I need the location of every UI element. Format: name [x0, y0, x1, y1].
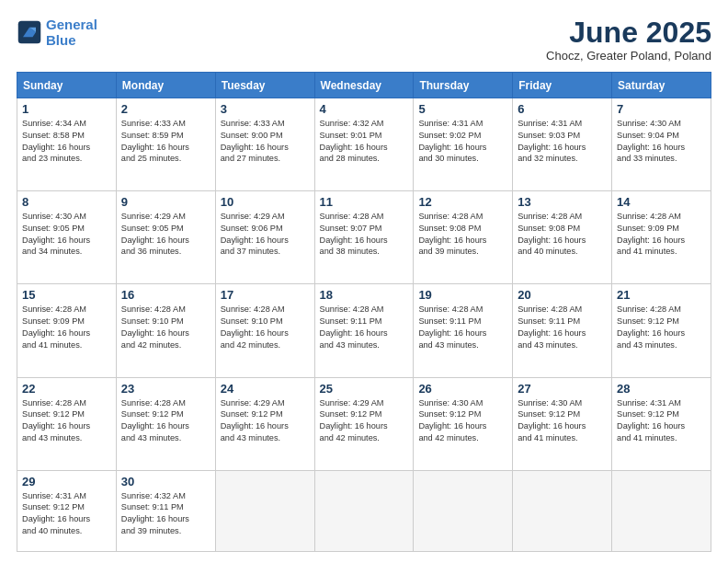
- col-thursday: Thursday: [414, 73, 513, 98]
- table-row: 10Sunrise: 4:29 AMSunset: 9:06 PMDayligh…: [215, 191, 314, 284]
- cell-content: Sunrise: 4:28 AMSunset: 9:10 PMDaylight:…: [221, 304, 310, 350]
- table-row: 7Sunrise: 4:30 AMSunset: 9:04 PMDaylight…: [612, 98, 711, 191]
- day-number: 2: [121, 102, 210, 116]
- day-number: 8: [22, 195, 111, 209]
- cell-content: Sunrise: 4:29 AMSunset: 9:12 PMDaylight:…: [320, 397, 409, 444]
- table-row: 8Sunrise: 4:30 AMSunset: 9:05 PMDaylight…: [17, 191, 117, 284]
- logo: General Blue: [17, 17, 97, 49]
- cell-content: Sunrise: 4:31 AMSunset: 9:12 PMDaylight:…: [617, 397, 706, 444]
- table-row: 12Sunrise: 4:28 AMSunset: 9:08 PMDayligh…: [414, 191, 513, 284]
- day-number: 14: [617, 195, 706, 209]
- table-row: 18Sunrise: 4:28 AMSunset: 9:11 PMDayligh…: [314, 284, 414, 377]
- table-row: 11Sunrise: 4:28 AMSunset: 9:07 PMDayligh…: [314, 191, 414, 284]
- location-subtitle: Chocz, Greater Poland, Poland: [546, 49, 711, 63]
- col-saturday: Saturday: [612, 73, 711, 98]
- cell-content: Sunrise: 4:31 AMSunset: 9:12 PMDaylight:…: [22, 490, 111, 537]
- cell-content: Sunrise: 4:32 AMSunset: 9:01 PMDaylight:…: [320, 118, 409, 165]
- col-sunday: Sunday: [17, 73, 117, 98]
- table-row: [215, 470, 314, 551]
- table-row: [513, 470, 612, 551]
- cell-content: Sunrise: 4:28 AMSunset: 9:11 PMDaylight:…: [518, 304, 607, 350]
- table-row: 19Sunrise: 4:28 AMSunset: 9:11 PMDayligh…: [414, 284, 513, 377]
- col-friday: Friday: [513, 73, 612, 98]
- cell-content: Sunrise: 4:28 AMSunset: 9:10 PMDaylight:…: [121, 304, 210, 350]
- cell-content: Sunrise: 4:33 AMSunset: 8:59 PMDaylight:…: [121, 118, 210, 165]
- cell-content: Sunrise: 4:31 AMSunset: 9:02 PMDaylight:…: [418, 118, 507, 165]
- day-number: 26: [418, 382, 507, 396]
- day-number: 21: [617, 288, 706, 302]
- title-block: June 2025 Chocz, Greater Poland, Poland: [546, 17, 711, 63]
- cell-content: Sunrise: 4:28 AMSunset: 9:08 PMDaylight:…: [418, 211, 507, 258]
- table-row: 30Sunrise: 4:32 AMSunset: 9:11 PMDayligh…: [116, 470, 215, 551]
- day-number: 11: [320, 195, 409, 209]
- day-number: 19: [418, 288, 507, 302]
- table-row: 20Sunrise: 4:28 AMSunset: 9:11 PMDayligh…: [513, 284, 612, 377]
- day-number: 22: [22, 382, 111, 396]
- cell-content: Sunrise: 4:28 AMSunset: 9:11 PMDaylight:…: [418, 304, 507, 350]
- cell-content: Sunrise: 4:30 AMSunset: 9:05 PMDaylight:…: [22, 211, 111, 258]
- day-number: 5: [418, 102, 507, 116]
- day-number: 12: [418, 195, 507, 209]
- col-tuesday: Tuesday: [215, 73, 314, 98]
- page: General Blue June 2025 Chocz, Greater Po…: [0, 0, 728, 563]
- cell-content: Sunrise: 4:30 AMSunset: 9:04 PMDaylight:…: [617, 118, 706, 165]
- day-number: 7: [617, 102, 706, 116]
- day-number: 18: [320, 288, 409, 302]
- logo-text: General Blue: [46, 17, 97, 49]
- cell-content: Sunrise: 4:33 AMSunset: 9:00 PMDaylight:…: [221, 118, 310, 165]
- col-wednesday: Wednesday: [314, 73, 414, 98]
- table-row: 24Sunrise: 4:29 AMSunset: 9:12 PMDayligh…: [215, 377, 314, 470]
- day-number: 17: [221, 288, 310, 302]
- cell-content: Sunrise: 4:30 AMSunset: 9:12 PMDaylight:…: [518, 397, 607, 444]
- cell-content: Sunrise: 4:29 AMSunset: 9:06 PMDaylight:…: [221, 211, 310, 258]
- table-row: [612, 470, 711, 551]
- cell-content: Sunrise: 4:28 AMSunset: 9:12 PMDaylight:…: [22, 397, 111, 444]
- day-number: 13: [518, 195, 607, 209]
- cell-content: Sunrise: 4:29 AMSunset: 9:12 PMDaylight:…: [221, 397, 310, 444]
- header: General Blue June 2025 Chocz, Greater Po…: [17, 17, 711, 63]
- calendar-table: Sunday Monday Tuesday Wednesday Thursday…: [17, 72, 711, 552]
- table-row: 9Sunrise: 4:29 AMSunset: 9:05 PMDaylight…: [116, 191, 215, 284]
- table-row: 14Sunrise: 4:28 AMSunset: 9:09 PMDayligh…: [612, 191, 711, 284]
- cell-content: Sunrise: 4:28 AMSunset: 9:07 PMDaylight:…: [320, 211, 409, 258]
- day-number: 23: [121, 382, 210, 396]
- day-number: 1: [22, 102, 111, 116]
- day-number: 6: [518, 102, 607, 116]
- table-row: 27Sunrise: 4:30 AMSunset: 9:12 PMDayligh…: [513, 377, 612, 470]
- table-row: 1Sunrise: 4:34 AMSunset: 8:58 PMDaylight…: [17, 98, 117, 191]
- day-number: 24: [221, 382, 310, 396]
- day-number: 9: [121, 195, 210, 209]
- cell-content: Sunrise: 4:30 AMSunset: 9:12 PMDaylight:…: [418, 397, 507, 444]
- day-number: 27: [518, 382, 607, 396]
- cell-content: Sunrise: 4:32 AMSunset: 9:11 PMDaylight:…: [121, 490, 210, 537]
- day-number: 29: [22, 475, 111, 488]
- table-row: [314, 470, 414, 551]
- table-row: 23Sunrise: 4:28 AMSunset: 9:12 PMDayligh…: [116, 377, 215, 470]
- col-monday: Monday: [116, 73, 215, 98]
- day-number: 15: [22, 288, 111, 302]
- cell-content: Sunrise: 4:28 AMSunset: 9:09 PMDaylight:…: [22, 304, 111, 350]
- cell-content: Sunrise: 4:34 AMSunset: 8:58 PMDaylight:…: [22, 118, 111, 165]
- day-number: 16: [121, 288, 210, 302]
- table-row: 13Sunrise: 4:28 AMSunset: 9:08 PMDayligh…: [513, 191, 612, 284]
- table-row: 6Sunrise: 4:31 AMSunset: 9:03 PMDaylight…: [513, 98, 612, 191]
- day-number: 20: [518, 288, 607, 302]
- cell-content: Sunrise: 4:28 AMSunset: 9:09 PMDaylight:…: [617, 211, 706, 258]
- table-row: 22Sunrise: 4:28 AMSunset: 9:12 PMDayligh…: [17, 377, 117, 470]
- cell-content: Sunrise: 4:28 AMSunset: 9:12 PMDaylight:…: [121, 397, 210, 444]
- day-number: 28: [617, 382, 706, 396]
- table-row: 4Sunrise: 4:32 AMSunset: 9:01 PMDaylight…: [314, 98, 414, 191]
- table-row: 3Sunrise: 4:33 AMSunset: 9:00 PMDaylight…: [215, 98, 314, 191]
- table-row: 26Sunrise: 4:30 AMSunset: 9:12 PMDayligh…: [414, 377, 513, 470]
- table-row: [414, 470, 513, 551]
- table-row: 16Sunrise: 4:28 AMSunset: 9:10 PMDayligh…: [116, 284, 215, 377]
- table-row: 2Sunrise: 4:33 AMSunset: 8:59 PMDaylight…: [116, 98, 215, 191]
- logo-icon: [17, 19, 42, 45]
- day-number: 25: [320, 382, 409, 396]
- table-row: 28Sunrise: 4:31 AMSunset: 9:12 PMDayligh…: [612, 377, 711, 470]
- cell-content: Sunrise: 4:28 AMSunset: 9:12 PMDaylight:…: [617, 304, 706, 350]
- day-number: 10: [221, 195, 310, 209]
- cell-content: Sunrise: 4:28 AMSunset: 9:11 PMDaylight:…: [320, 304, 409, 350]
- table-row: 25Sunrise: 4:29 AMSunset: 9:12 PMDayligh…: [314, 377, 414, 470]
- cell-content: Sunrise: 4:29 AMSunset: 9:05 PMDaylight:…: [121, 211, 210, 258]
